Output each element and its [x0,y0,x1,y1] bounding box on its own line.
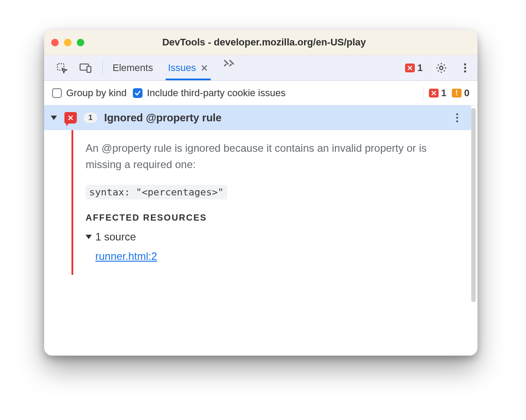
settings-icon[interactable] [433,60,449,76]
error-icon [64,112,77,124]
warning-icon: ! [452,89,462,98]
tab-label: Issues [168,62,196,74]
issue-count-badge: 1 [83,112,98,124]
kebab-icon[interactable] [457,60,473,76]
issues-content: 1 Ignored @property rule An @property ru… [44,105,477,356]
inspect-icon[interactable] [54,60,70,76]
svg-rect-2 [87,66,91,72]
tab-elements[interactable]: Elements [108,55,158,80]
error-icon [405,64,415,72]
devtools-window: DevTools - developer.mozilla.org/en-US/p… [44,30,477,356]
source-toggle[interactable]: 1 source [86,231,463,243]
more-tabs-icon[interactable] [222,55,237,71]
warning-count: 0 [464,87,470,99]
window-title: DevTools - developer.mozilla.org/en-US/p… [58,37,470,48]
group-by-kind-checkbox[interactable]: Group by kind [52,87,127,99]
window-titlebar: DevTools - developer.mozilla.org/en-US/p… [44,30,477,55]
error-count: 1 [441,87,447,99]
svg-point-6 [464,70,466,72]
svg-point-9 [456,120,458,122]
chevron-down-icon [49,115,58,120]
close-tab-icon[interactable] [200,64,208,72]
tab-label: Elements [113,62,153,74]
checkbox-label: Include third-party cookie issues [147,87,286,99]
filter-error-badge[interactable]: 1 [429,87,447,99]
svg-point-7 [456,113,458,115]
issue-header[interactable]: 1 Ignored @property rule [44,105,471,130]
third-party-cookies-checkbox[interactable]: Include third-party cookie issues [133,87,286,99]
filter-warning-badge[interactable]: ! 0 [452,87,470,99]
checkbox-label: Group by kind [66,87,127,99]
scrollbar[interactable] [471,108,476,302]
issue-description: An @property rule is ignored because it … [86,140,463,172]
tab-strip: Elements Issues [108,55,237,80]
error-count-badge[interactable]: 1 [405,62,423,74]
issues-filterbar: Group by kind Include third-party cookie… [44,81,477,105]
affected-resources-label: AFFECTED RESOURCES [86,213,463,223]
error-icon [429,89,439,98]
separator [423,86,424,100]
checkbox-icon [52,88,62,98]
checkbox-icon [133,88,143,98]
svg-point-3 [440,66,443,69]
device-toggle-icon[interactable] [78,60,94,76]
error-count: 1 [417,62,423,74]
svg-point-8 [456,117,458,119]
tab-issues[interactable]: Issues [164,55,213,80]
issue-menu-icon[interactable] [449,110,465,126]
issue-code: syntax: "<percentages>" [86,185,227,199]
issue-title: Ignored @property rule [104,112,222,124]
source-count: 1 source [95,231,136,243]
source-link[interactable]: runner.html:2 [95,250,463,262]
svg-point-5 [464,67,466,69]
issue-body: An @property rule is ignored because it … [71,130,471,275]
svg-point-4 [464,63,466,65]
devtools-toolbar: Elements Issues [44,55,477,81]
